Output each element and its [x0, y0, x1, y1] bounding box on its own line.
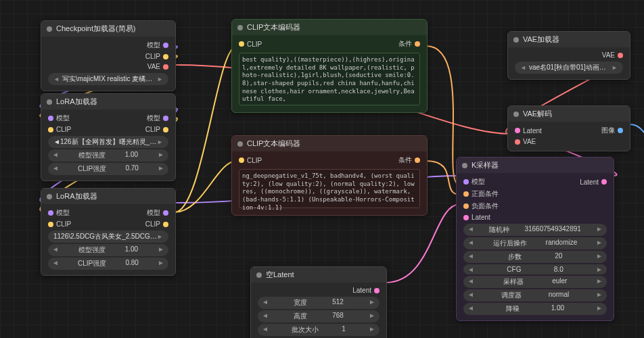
value: 512 [332, 298, 344, 308]
after-widget[interactable]: ◄运行后操作randomize► [463, 237, 607, 249]
value: 0.70 [125, 164, 138, 174]
output-conditioning: 条件 [398, 39, 412, 49]
label: 高度 [294, 312, 307, 321]
strength-model-widget[interactable]: ◄模型强度1.00► [48, 244, 168, 256]
input-model: 模型 [472, 177, 485, 187]
node-vae-loader[interactable]: VAE加载器 VAE ◄vae名01[秋自带01]动画2-kl-f8-anime… [507, 31, 630, 80]
prompt-textarea[interactable]: best quality),((masterpiece)),(highres),… [239, 53, 420, 105]
title-text: LoRA加载器 [56, 191, 97, 201]
value: 1 [342, 325, 346, 335]
title-text: LoRA加载器 [56, 97, 97, 107]
label: 降噪 [506, 304, 520, 314]
value: 0.80 [125, 259, 138, 268]
label: CLIP强度 [78, 164, 106, 174]
input-vae: VAE [523, 138, 536, 145]
label: CLIP强度 [78, 259, 106, 268]
title-text: 空Latent [266, 270, 294, 280]
strength-clip-widget[interactable]: ◄CLIP强度0.70► [48, 163, 168, 175]
input-clip: CLIP [247, 157, 262, 164]
label: 批次大小 [292, 325, 319, 335]
output-vae: VAE [147, 63, 160, 70]
input-latent: Latent [523, 127, 542, 135]
node-title[interactable]: LoRA加载器 [41, 94, 175, 110]
checkpoint-name: 写实\majicMIX realistic 麦橘写实_v7.safetensor… [62, 74, 154, 84]
lora-name-widget[interactable]: 1126\2.5DCG古风美女_2.5DCG古风美女v1.safetensors… [48, 231, 168, 243]
value: 1.00 [551, 304, 564, 314]
node-title[interactable]: CLIP文本编码器 [232, 136, 427, 151]
lora-name-widget[interactable]: ◄126新【全网首发】曙光精灵_v1.5.safetensors► [48, 136, 168, 148]
prompt-textarea[interactable]: ng_deepnegative_v1_75t, badhandv4, (wors… [239, 169, 420, 208]
input-model: 模型 [56, 114, 70, 123]
value: normal [549, 291, 570, 300]
output-latent: Latent [580, 178, 599, 186]
sampler-widget[interactable]: ◄采样器euler► [463, 276, 607, 288]
checkpoint-name-widget[interactable]: ◄写实\majicMIX realistic 麦橘写实_v7.safetenso… [48, 73, 168, 85]
input-model: 模型 [56, 208, 70, 218]
title-text: VAE加载器 [523, 34, 559, 45]
output-model: 模型 [147, 208, 160, 218]
node-title[interactable]: VAE解码 [508, 106, 630, 122]
input-positive: 正面条件 [472, 189, 499, 199]
strength-model-widget[interactable]: ◄模型强度1.00► [48, 149, 168, 162]
output-image: 图像 [601, 126, 615, 135]
input-negative: 负面条件 [472, 201, 499, 211]
input-clip: CLIP [247, 41, 262, 48]
node-title[interactable]: VAE加载器 [508, 32, 630, 47]
strength-clip-widget[interactable]: ◄CLIP强度0.80► [48, 258, 168, 270]
title-text: CLIP文本编码器 [247, 139, 300, 149]
label: 采样器 [503, 277, 524, 287]
label: 宽度 [294, 298, 307, 308]
output-clip: CLIP [145, 220, 160, 228]
node-title[interactable]: 空Latent [251, 267, 386, 283]
node-checkpoint-loader[interactable]: Checkpoint加载器(简易) 模型 CLIP VAE ◄写实\majicM… [41, 20, 176, 91]
value: 768 [332, 312, 344, 321]
node-title[interactable]: CLIP文本编码器 [232, 20, 427, 35]
label: 调度器 [501, 291, 522, 300]
vae-name: vae名01[秋自带01]动画2-kl-f8-anime2.ckpt [529, 63, 609, 72]
title-text: CLIP文本编码器 [247, 22, 300, 32]
vae-name-widget[interactable]: ◄vae名01[秋自带01]动画2-kl-f8-anime2.ckpt► [515, 62, 623, 74]
node-lora-loader-2[interactable]: LoRA加载器 模型模型 CLIPCLIP 1126\2.5DCG古风美女_2.… [41, 188, 176, 276]
label: 运行后操作 [493, 239, 527, 248]
node-clip-text-encode-negative[interactable]: CLIP文本编码器 CLIP条件 ng_deepnegative_v1_75t,… [231, 135, 428, 216]
value: 316607549342891 [524, 225, 580, 235]
output-clip: CLIP [145, 126, 160, 133]
label: 随机种 [489, 225, 509, 235]
node-lora-loader-1[interactable]: LoRA加载器 模型模型 CLIPCLIP ◄126新【全网首发】曙光精灵_v1… [41, 93, 176, 181]
cfg-widget[interactable]: ◄CFG8.0► [463, 264, 607, 274]
title-text: Checkpoint加载器(简易) [56, 24, 135, 34]
batch-widget[interactable]: ◄批次大小1► [258, 324, 380, 336]
seed-widget[interactable]: ◄随机种316607549342891► [463, 224, 607, 236]
value: 1.00 [125, 151, 138, 160]
input-clip: CLIP [56, 220, 71, 228]
title-text: K采样器 [472, 160, 499, 170]
input-clip: CLIP [56, 126, 71, 133]
title-text: VAE解码 [523, 109, 552, 119]
value: randomize [546, 239, 578, 248]
lora-name: 1126\2.5DCG古风美女_2.5DCG古风美女v1.safetensors [53, 232, 157, 241]
output-latent: Latent [352, 287, 371, 294]
value: 8.0 [554, 266, 564, 273]
node-title[interactable]: Checkpoint加载器(简易) [41, 21, 175, 37]
scheduler-widget[interactable]: ◄调度器normal► [463, 289, 607, 301]
label: 步数 [508, 252, 522, 262]
value: euler [552, 277, 567, 287]
output-conditioning: 条件 [398, 155, 412, 165]
node-vae-decode[interactable]: VAE解码 Latent图像 VAE [507, 105, 630, 151]
label: 模型强度 [78, 151, 106, 160]
lora-name: ◄126新【全网首发】曙光精灵_v1.5.safetensors [53, 137, 157, 147]
node-title[interactable]: K采样器 [457, 158, 614, 173]
node-clip-text-encode-positive[interactable]: CLIP文本编码器 CLIP条件 best quality),((masterp… [231, 19, 428, 113]
node-ksampler[interactable]: K采样器 模型Latent 正面条件 负面条件 Latent ◄随机种31660… [456, 157, 614, 321]
height-widget[interactable]: ◄高度768► [258, 310, 380, 322]
output-vae: VAE [602, 51, 615, 59]
width-widget[interactable]: ◄宽度512► [258, 297, 380, 309]
node-empty-latent[interactable]: 空Latent Latent ◄宽度512► ◄高度768► ◄批次大小1► [250, 266, 387, 338]
denoise-widget[interactable]: ◄降噪1.00► [463, 303, 607, 315]
output-clip: CLIP [145, 53, 160, 60]
steps-widget[interactable]: ◄步数20► [463, 251, 607, 263]
input-latent: Latent [472, 214, 490, 221]
node-title[interactable]: LoRA加载器 [41, 189, 175, 204]
label: CFG [507, 266, 521, 273]
value: 1.00 [125, 245, 138, 255]
